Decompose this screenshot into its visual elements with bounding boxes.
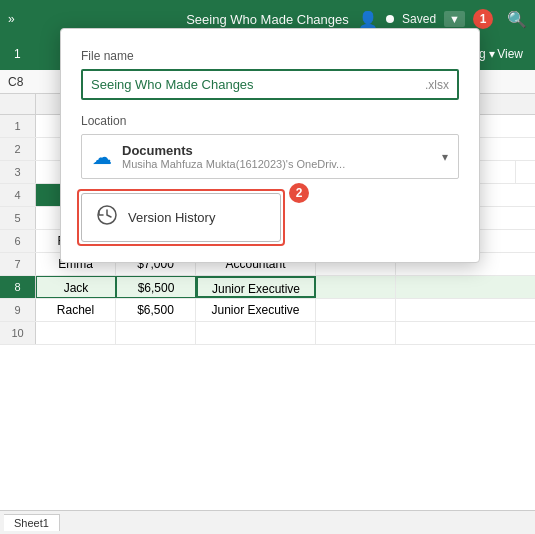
file-name-label: File name xyxy=(81,49,459,63)
location-dropdown-arrow[interactable]: ▾ xyxy=(442,150,448,164)
version-history-container: Version History 2 xyxy=(81,193,281,242)
version-history-button[interactable]: Version History xyxy=(81,193,281,242)
filename-ext: .xlsx xyxy=(425,78,449,92)
filename-input-box[interactable]: Seeing Who Made Changes .xlsx xyxy=(81,69,459,100)
version-history-label: Version History xyxy=(128,210,215,225)
history-icon xyxy=(96,204,118,231)
badge-2: 2 xyxy=(289,183,309,203)
cloud-icon: ☁ xyxy=(92,145,112,169)
location-name: Documents xyxy=(122,143,432,158)
location-box[interactable]: ☁ Documents Musiha Mahfuza Mukta(1612023… xyxy=(81,134,459,179)
filename-text: Seeing Who Made Changes xyxy=(91,77,254,92)
location-text: Documents Musiha Mahfuza Mukta(1612023)'… xyxy=(122,143,432,170)
popup: File name Seeing Who Made Changes .xlsx … xyxy=(60,28,480,263)
location-path: Musiha Mahfuza Mukta(1612023)'s OneDriv.… xyxy=(122,158,432,170)
location-label: Location xyxy=(81,114,459,128)
popup-overlay: File name Seeing Who Made Changes .xlsx … xyxy=(0,0,535,534)
